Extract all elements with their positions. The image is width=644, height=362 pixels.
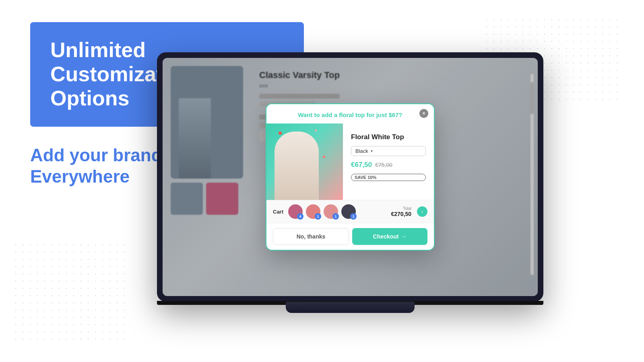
cart-item-4: 1 (341, 204, 356, 219)
price-row: €67,50 €75,00 (351, 161, 426, 169)
confetti-1 (279, 132, 282, 135)
price-original: €75,00 (375, 162, 392, 168)
no-thanks-button[interactable]: No, thanks (273, 228, 349, 245)
cart-item-2: 1 (306, 204, 320, 219)
popup-close-button[interactable]: × (419, 109, 428, 118)
cart-item-3-count: 1 (332, 213, 339, 220)
cart-arrow-button[interactable]: › (417, 206, 427, 217)
arrow-icon: → (401, 233, 407, 240)
cart-item-1: 4 (288, 204, 303, 219)
laptop-stand (286, 302, 415, 313)
cart-label: Cart (273, 209, 283, 215)
laptop-wrapper: Classic Varsity Top ### (157, 52, 559, 334)
chevron-down-icon: ▾ (371, 149, 373, 153)
popup-product-info: Floral White Top Black ▾ €67,50 €75,00 S… (343, 123, 434, 200)
cart-total-value: €270,50 (391, 211, 411, 217)
popup-footer: No, thanks Checkout → (266, 223, 434, 250)
checkout-label: Checkout (373, 233, 399, 240)
laptop-body: Classic Varsity Top ### (157, 52, 543, 302)
confetti-5 (323, 156, 325, 158)
cart-item-3: 1 (324, 204, 338, 219)
cart-total-label: Total (391, 206, 411, 211)
cart-row: Cart 4 1 1 (266, 200, 434, 223)
laptop-screen: Classic Varsity Top ### (163, 58, 538, 296)
checkout-button[interactable]: Checkout → (352, 228, 427, 245)
cart-total-section: Total €270,50 (391, 206, 411, 217)
popup-header-text: Want to add a floral top for just $67? (298, 111, 402, 118)
price-current: €67,50 (351, 161, 372, 169)
dot-pattern-bottom-left (12, 241, 125, 346)
variant-select[interactable]: Black ▾ (351, 146, 426, 156)
popup-product-image (266, 123, 343, 200)
popup-header: Want to add a floral top for just $67? × (266, 104, 434, 123)
product-figure (275, 132, 319, 200)
save-badge: SAVE 10% (351, 174, 426, 181)
variant-label: Black (355, 148, 368, 154)
upsell-popup: Want to add a floral top for just $67? × (266, 103, 435, 251)
popup-overlay: Want to add a floral top for just $67? × (163, 58, 538, 296)
popup-product-row: Floral White Top Black ▾ €67,50 €75,00 S… (266, 123, 434, 200)
cart-item-4-count: 1 (350, 213, 357, 220)
product-name: Floral White Top (351, 133, 426, 141)
confetti-4 (315, 130, 317, 132)
cart-item-1-count: 4 (297, 213, 303, 220)
cart-item-2-count: 1 (315, 213, 321, 220)
